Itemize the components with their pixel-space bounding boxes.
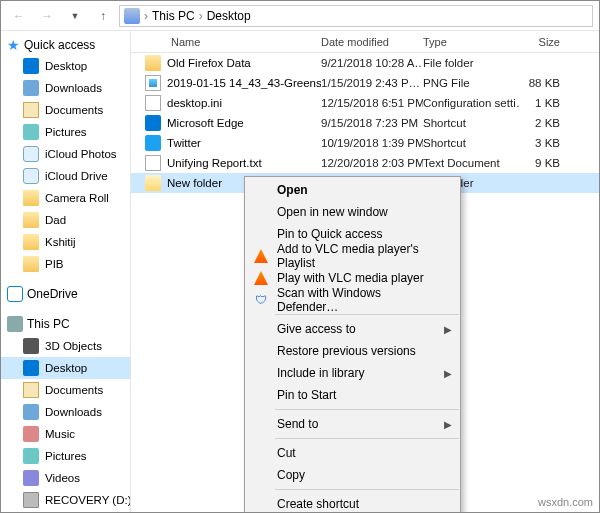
- nav-forward-button[interactable]: →: [35, 4, 59, 28]
- context-restore-versions[interactable]: Restore previous versions: [245, 340, 460, 362]
- navigation-pane: ★ Quick access DesktopDownloadsDocuments…: [1, 31, 131, 512]
- breadcrumb-segment[interactable]: Desktop: [207, 9, 251, 23]
- folder-icon: [23, 492, 39, 508]
- column-type-header[interactable]: Type: [423, 36, 520, 48]
- sidebar-item-label: Documents: [45, 104, 103, 116]
- folder-icon: [23, 190, 39, 206]
- sidebar-item-label: 3D Objects: [45, 340, 102, 352]
- folder-icon: [23, 360, 39, 376]
- file-size: 1 KB: [520, 97, 568, 109]
- file-icon: [145, 135, 161, 151]
- context-vlc-add[interactable]: Add to VLC media player's Playlist: [245, 245, 460, 267]
- sidebar-item[interactable]: Downloads: [1, 77, 130, 99]
- shield-icon: 🛡: [253, 292, 269, 308]
- sidebar-item-label: PIB: [45, 258, 64, 270]
- sidebar-item-label: Pictures: [45, 126, 87, 138]
- sidebar-item-label: Desktop: [45, 60, 87, 72]
- sidebar-item[interactable]: Documents: [1, 379, 130, 401]
- context-create-shortcut[interactable]: Create shortcut: [245, 493, 460, 513]
- separator: [275, 314, 459, 315]
- vlc-icon: [253, 248, 269, 264]
- nav-up-button[interactable]: ↑: [91, 4, 115, 28]
- file-row[interactable]: Old Firefox Data9/21/2018 10:28 A…File f…: [131, 53, 599, 73]
- file-row[interactable]: Microsoft Edge9/15/2018 7:23 PMShortcut2…: [131, 113, 599, 133]
- separator: [275, 409, 459, 410]
- sidebar-item[interactable]: 3D Objects: [1, 335, 130, 357]
- context-open-new-window[interactable]: Open in new window: [245, 201, 460, 223]
- sidebar-item[interactable]: Downloads: [1, 401, 130, 423]
- sidebar-this-pc[interactable]: This PC: [1, 313, 130, 335]
- sidebar-item-label: Pictures: [45, 450, 87, 462]
- file-type: Configuration setti…: [423, 97, 520, 109]
- file-date: 12/20/2018 2:03 PM: [321, 157, 423, 169]
- chevron-right-icon: ▶: [444, 419, 452, 430]
- sidebar-item[interactable]: Camera Roll: [1, 187, 130, 209]
- breadcrumb-segment[interactable]: This PC: [152, 9, 195, 23]
- toolbar: ← → ▼ ↑ › This PC › Desktop: [1, 1, 599, 31]
- sidebar-item-label: RECOVERY (D:): [45, 494, 131, 506]
- file-icon: [145, 155, 161, 171]
- sidebar-item-label: iCloud Drive: [45, 170, 108, 182]
- file-name: Old Firefox Data: [167, 57, 251, 69]
- sidebar-label: OneDrive: [27, 287, 78, 301]
- file-type: File folder: [423, 57, 520, 69]
- file-name: Twitter: [167, 137, 201, 149]
- file-date: 1/15/2019 2:43 P…: [321, 77, 423, 89]
- star-icon: ★: [7, 38, 20, 52]
- sidebar-item[interactable]: Desktop: [1, 357, 130, 379]
- file-icon: [145, 75, 161, 91]
- sidebar-item[interactable]: Pictures: [1, 121, 130, 143]
- context-open[interactable]: Open: [245, 179, 460, 201]
- file-name: Microsoft Edge: [167, 117, 244, 129]
- context-cut[interactable]: Cut: [245, 442, 460, 464]
- sidebar-quick-access[interactable]: ★ Quick access: [1, 35, 130, 55]
- file-date: 10/19/2018 1:39 PM: [321, 137, 423, 149]
- file-row[interactable]: desktop.ini12/15/2018 6:51 PMConfigurati…: [131, 93, 599, 113]
- sidebar-item[interactable]: Pictures: [1, 445, 130, 467]
- file-type: PNG File: [423, 77, 520, 89]
- sidebar-item[interactable]: iCloud Drive: [1, 165, 130, 187]
- context-send-to[interactable]: Send to▶: [245, 413, 460, 435]
- sidebar-item-label: iCloud Photos: [45, 148, 117, 160]
- chevron-right-icon: ▶: [444, 324, 452, 335]
- sidebar-item[interactable]: iCloud Photos: [1, 143, 130, 165]
- file-row[interactable]: Twitter10/19/2018 1:39 PMShortcut3 KB: [131, 133, 599, 153]
- column-size-header[interactable]: Size: [520, 36, 568, 48]
- context-copy[interactable]: Copy: [245, 464, 460, 486]
- sidebar-item-label: Downloads: [45, 82, 102, 94]
- folder-icon: [23, 58, 39, 74]
- sidebar-item[interactable]: Documents: [1, 99, 130, 121]
- sidebar-item[interactable]: RECOVERY (D:): [1, 489, 130, 511]
- file-row[interactable]: 2019-01-15 14_43_43-Greenshot.png1/15/20…: [131, 73, 599, 93]
- context-pin-start[interactable]: Pin to Start: [245, 384, 460, 406]
- folder-icon: [23, 102, 39, 118]
- folder-icon: [23, 470, 39, 486]
- context-defender-scan[interactable]: 🛡Scan with Windows Defender…: [245, 289, 460, 311]
- sidebar-item[interactable]: Music: [1, 423, 130, 445]
- sidebar-onedrive[interactable]: OneDrive: [1, 283, 130, 305]
- sidebar-item-label: Videos: [45, 472, 80, 484]
- sidebar-item[interactable]: Kshitij: [1, 231, 130, 253]
- file-row[interactable]: Unifying Report.txt12/20/2018 2:03 PMTex…: [131, 153, 599, 173]
- breadcrumb[interactable]: › This PC › Desktop: [119, 5, 593, 27]
- sidebar-item[interactable]: Desktop: [1, 55, 130, 77]
- folder-icon: [23, 80, 39, 96]
- separator: [275, 438, 459, 439]
- file-type: Text Document: [423, 157, 520, 169]
- file-name: Unifying Report.txt: [167, 157, 262, 169]
- context-include-library[interactable]: Include in library▶: [245, 362, 460, 384]
- file-icon: [145, 95, 161, 111]
- file-size: 9 KB: [520, 157, 568, 169]
- nav-recent-dropdown[interactable]: ▼: [63, 4, 87, 28]
- folder-icon: [23, 338, 39, 354]
- column-headers: Name Date modified Type Size: [131, 31, 599, 53]
- sidebar-item[interactable]: PIB: [1, 253, 130, 275]
- column-date-header[interactable]: Date modified: [321, 36, 423, 48]
- column-name-header[interactable]: Name: [131, 36, 321, 48]
- sidebar-item-label: Music: [45, 428, 75, 440]
- file-icon: [145, 115, 161, 131]
- sidebar-item[interactable]: Dad: [1, 209, 130, 231]
- sidebar-item[interactable]: Videos: [1, 467, 130, 489]
- nav-back-button[interactable]: ←: [7, 4, 31, 28]
- context-give-access[interactable]: Give access to▶: [245, 318, 460, 340]
